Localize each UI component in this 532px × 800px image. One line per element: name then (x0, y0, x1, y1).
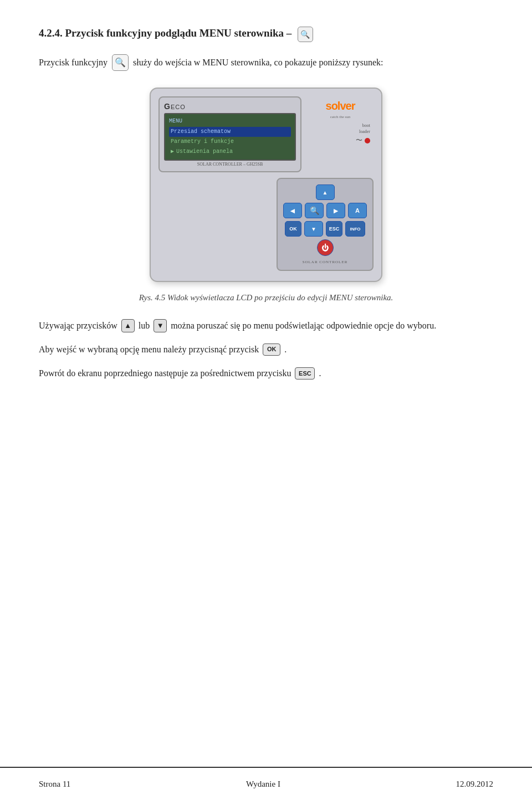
screen-panel: GECO MENU Przesiad schematow Parametry i… (158, 96, 301, 172)
power-row: ⏻ (283, 239, 367, 256)
key-a[interactable]: A (348, 203, 367, 218)
footer-center: Wydanie I (246, 780, 280, 789)
lcd-title: MENU (169, 117, 291, 126)
solar-controller-device: GECO MENU Przesiad schematow Parametry i… (150, 88, 382, 282)
boot-label: bootloader (356, 122, 370, 135)
key-info[interactable]: INFO (345, 221, 365, 237)
lcd-screen: MENU Przesiad schematow Parametry i funk… (164, 113, 296, 161)
wave-icon: 〜 (356, 136, 362, 145)
intro-prefix: Przycisk funkcyjny (39, 55, 108, 70)
lcd-row-2: Parametry i funkcje (169, 137, 291, 147)
key-down[interactable]: ▼ (304, 221, 323, 237)
footer-right: 12.09.2012 (456, 780, 493, 789)
function-key-icon: 🔍 (112, 54, 129, 71)
up-arrow-button: ▲ (121, 319, 135, 332)
key-func[interactable]: 🔍 (305, 203, 324, 218)
paragraph-1: Używając przycisków ▲ lub ▼ można porusz… (39, 318, 493, 333)
key-up[interactable]: ▲ (316, 184, 335, 200)
model-label: SOLAR CONTROLLER – GH25SB (164, 162, 296, 167)
keypad-row-3: OK ▼ ESC INFO (283, 221, 367, 237)
keypad-row-2: ◀ 🔍 ▶ A (283, 203, 367, 218)
footer-left: Strona 11 (39, 780, 70, 789)
p1-prefix: Używając przycisków (39, 318, 117, 333)
key-right[interactable]: ▶ (326, 203, 345, 218)
key-left[interactable]: ◀ (283, 203, 302, 218)
solver-logo: solver (326, 100, 355, 112)
p1-middle: lub (139, 318, 150, 333)
figure-caption: Rys. 4.5 Widok wyświetlacza LCD po przej… (39, 293, 493, 302)
paragraph-3: Powrót do ekranu poprzedniego następuje … (39, 366, 493, 381)
down-arrow-button: ▼ (154, 319, 167, 332)
p1-suffix: można poruszać się po menu podświetlając… (171, 318, 436, 333)
keypad-label: SOLAR CONTROLER (283, 260, 367, 264)
brand-label: GECO (164, 102, 296, 111)
p3-prefix: Powrót do ekranu poprzedniego następuje … (39, 366, 291, 381)
key-esc[interactable]: ESC (326, 221, 342, 237)
lcd-row-1: Przesiad schematow (169, 127, 291, 137)
lcd-row-3: ▶Ustawienia panela (169, 147, 291, 157)
intro-suffix: służy do wejścia w MENU sterownika, co p… (133, 55, 383, 70)
heading-title: Przycisk funkcyjny podglądu MENU sterown… (65, 27, 292, 39)
logo-panel: solver catch the sun bootloader 〜 (307, 96, 374, 172)
menu-icon: 🔍 (298, 27, 313, 42)
solver-tagline: catch the sun (330, 115, 351, 119)
p2-prefix: Aby wejść w wybraną opcję menu należy pr… (39, 342, 259, 357)
ok-button-inline: OK (263, 343, 280, 356)
boot-area: bootloader 〜 (356, 122, 370, 145)
section-heading: 4.2.4. Przycisk funkcyjny podglądu MENU … (39, 27, 493, 42)
page-content: 4.2.4. Przycisk funkcyjny podglądu MENU … (0, 0, 532, 767)
heading-number: 4.2.4. (39, 27, 63, 39)
device-image-container: GECO MENU Przesiad schematow Parametry i… (39, 88, 493, 282)
intro-paragraph: Przycisk funkcyjny 🔍 służy do wejścia w … (39, 54, 493, 71)
device-bottom-section: ▲ ◀ 🔍 ▶ A OK ▼ ESC INFO (158, 178, 374, 271)
status-dots: 〜 (356, 136, 370, 145)
footer: Strona 11 Wydanie I 12.09.2012 (0, 767, 532, 800)
red-indicator (365, 138, 370, 143)
key-power[interactable]: ⏻ (317, 239, 334, 256)
key-ok[interactable]: OK (285, 221, 301, 237)
paragraph-2: Aby wejść w wybraną opcję menu należy pr… (39, 342, 493, 357)
p2-suffix: . (284, 342, 287, 357)
keypad-row-1: ▲ (283, 184, 367, 200)
esc-button-inline: ESC (295, 367, 315, 380)
p3-suffix: . (319, 366, 321, 381)
keypad: ▲ ◀ 🔍 ▶ A OK ▼ ESC INFO (277, 178, 374, 271)
device-top-section: GECO MENU Przesiad schematow Parametry i… (158, 96, 374, 172)
